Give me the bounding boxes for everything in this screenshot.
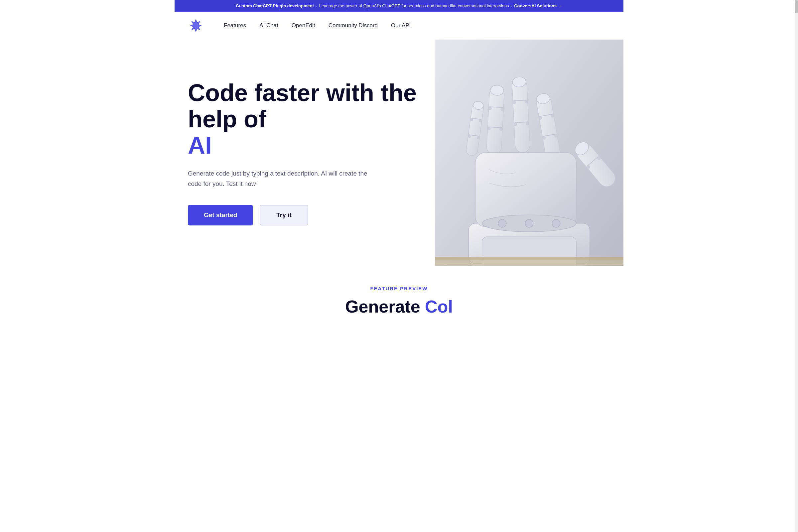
feature-title-start: Generate (345, 297, 425, 316)
nav-item-discord[interactable]: Community Discord (328, 22, 378, 29)
feature-preview-label: FEATURE PREVIEW (188, 286, 610, 291)
nav-item-ai-chat[interactable]: AI Chat (259, 22, 278, 29)
hero-subtitle: Generate code just by typing a text desc… (188, 169, 367, 189)
svg-marker-1 (191, 20, 201, 31)
feature-preview-section: FEATURE PREVIEW Generate Col (174, 266, 624, 326)
feature-preview-title: Generate Col (188, 297, 610, 317)
try-it-button[interactable]: Try it (260, 205, 308, 225)
nav-link-api[interactable]: Our API (391, 22, 411, 28)
logo[interactable] (188, 18, 204, 34)
nav-link-ai-chat[interactable]: AI Chat (259, 22, 278, 28)
nav-link-openedit[interactable]: OpenEdit (291, 22, 315, 28)
hero-title-ai: AI (188, 132, 212, 158)
banner-cta-link[interactable]: ConversAI Solutions → (514, 3, 562, 8)
svg-rect-49 (435, 257, 624, 260)
nav-menu: Features AI Chat OpenEdit Community Disc… (224, 22, 411, 29)
hero-section: Code faster with the help of AI Generate… (174, 40, 624, 266)
nav-item-api[interactable]: Our API (391, 22, 411, 29)
banner-bold-text: Custom ChatGPT Plugin development (236, 3, 314, 8)
hero-content: Code faster with the help of AI Generate… (174, 40, 435, 266)
hero-title-line1: Code faster with the (188, 79, 417, 106)
nav-item-features[interactable]: Features (224, 22, 246, 29)
banner-separator1: · (316, 3, 317, 8)
banner-separator2: · (511, 3, 512, 8)
logo-icon (188, 18, 204, 34)
nav-item-openedit[interactable]: OpenEdit (291, 22, 315, 29)
svg-point-46 (525, 219, 533, 227)
nav-link-features[interactable]: Features (224, 22, 246, 28)
feature-title-highlight: Col (425, 297, 453, 316)
get-started-button[interactable]: Get started (188, 205, 253, 225)
banner-description: Leverage the power of OpenAI's ChatGPT f… (319, 3, 509, 8)
hero-title: Code faster with the help of AI (188, 80, 422, 159)
svg-rect-22 (486, 87, 505, 155)
svg-point-45 (498, 219, 506, 227)
svg-point-47 (552, 219, 560, 227)
hero-image (435, 40, 624, 266)
hero-buttons: Get started Try it (188, 205, 422, 225)
robot-hand-svg (435, 40, 624, 266)
navbar: Features AI Chat OpenEdit Community Disc… (174, 12, 624, 40)
nav-link-discord[interactable]: Community Discord (328, 22, 378, 28)
hero-title-line2: help of (188, 106, 266, 132)
robot-hand-bg (435, 40, 624, 266)
announcement-banner: Custom ChatGPT Plugin development · Leve… (174, 0, 624, 12)
